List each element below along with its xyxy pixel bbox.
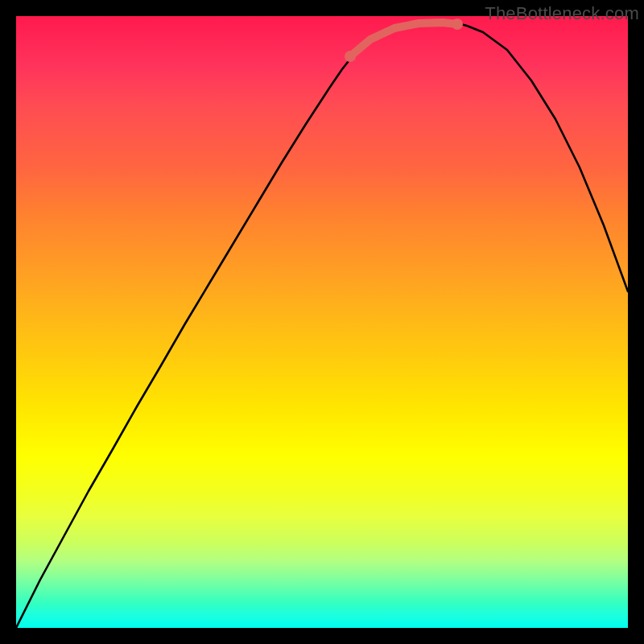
optimal-end-dot [452,19,463,30]
optimal-start-dot [345,51,356,62]
chart-svg [16,16,628,628]
optimal-ridge [350,23,457,56]
chart-frame: TheBottleneck.com [0,0,644,644]
bottleneck-curve [16,22,628,628]
